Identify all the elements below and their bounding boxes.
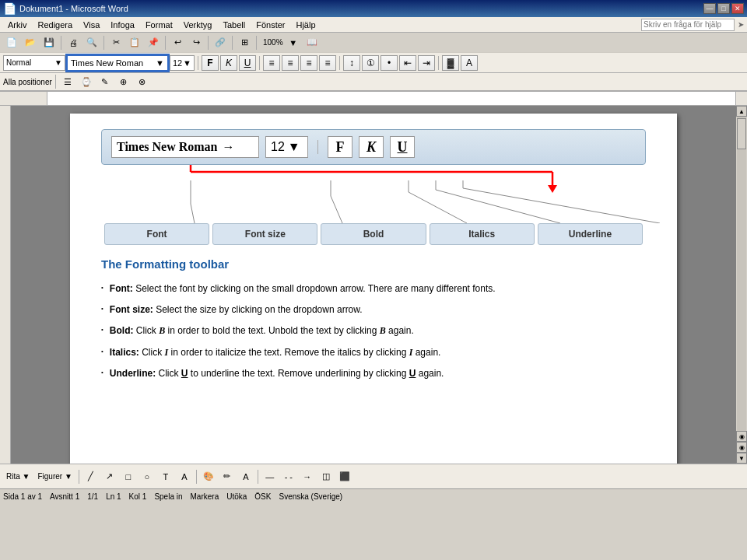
- redo-button[interactable]: ↪: [188, 34, 205, 51]
- preview-button[interactable]: 🔍: [83, 34, 100, 51]
- menu-arkiv[interactable]: Arkiv: [3, 19, 31, 31]
- shadow-btn[interactable]: ◫: [317, 468, 335, 485]
- linestyle-btn[interactable]: —: [261, 468, 279, 485]
- read-button[interactable]: 📖: [303, 34, 321, 51]
- labels-row: Font Font size Bold Italics Underline: [101, 223, 646, 245]
- font-dropdown-icon[interactable]: ▼: [156, 58, 164, 68]
- underline-button[interactable]: U: [239, 55, 256, 71]
- open-button[interactable]: 📂: [22, 34, 39, 51]
- maximize-button[interactable]: □: [717, 3, 730, 14]
- document-area[interactable]: Times New Roman → 12 ▼ F K U: [11, 106, 736, 464]
- section-indicator: Avsnitt 1: [50, 492, 79, 501]
- highlight-button[interactable]: ▓: [442, 55, 459, 71]
- minimize-button[interactable]: —: [703, 3, 716, 14]
- align-right-button[interactable]: ≡: [300, 55, 317, 71]
- bullet-5: •: [101, 368, 103, 378]
- menu-infoga[interactable]: Infoga: [106, 19, 139, 31]
- diag-font-box: Times New Roman →: [111, 136, 259, 158]
- formatting-toolbar: Normal ▼ Times New Roman ▼ 12 ▼ F K U ≡ …: [0, 53, 747, 73]
- copy-button[interactable]: 📋: [126, 34, 143, 51]
- size-selector[interactable]: 12 ▼: [170, 55, 195, 71]
- menu-redigera[interactable]: Redigera: [33, 19, 77, 31]
- oval-btn[interactable]: ○: [139, 468, 156, 485]
- svg-line-5: [191, 204, 195, 223]
- style-dropdown-icon[interactable]: ▼: [54, 58, 62, 67]
- scroll-prev-button[interactable]: ◉: [736, 431, 747, 442]
- toolbar-diagram: Times New Roman → 12 ▼ F K U: [101, 129, 646, 165]
- menu-fonster[interactable]: Fönster: [251, 19, 289, 31]
- size-dropdown-icon[interactable]: ▼: [183, 58, 191, 68]
- save-button[interactable]: 💾: [40, 34, 58, 51]
- paste-button[interactable]: 📌: [145, 34, 162, 51]
- italic-button[interactable]: K: [220, 55, 237, 71]
- bot-sep2: [196, 470, 197, 484]
- arrow-btn[interactable]: ↗: [101, 468, 118, 485]
- fontcolor-button[interactable]: A: [461, 55, 478, 71]
- menu-visa[interactable]: Visa: [79, 19, 104, 31]
- fontcolor-btn2[interactable]: A: [237, 468, 254, 485]
- diag-size-box: 12 ▼: [265, 136, 308, 158]
- linespacing-button[interactable]: ↕: [343, 55, 360, 71]
- q-btn5[interactable]: ⊗: [134, 73, 151, 90]
- diag-sep: [317, 140, 318, 154]
- scroll-down-button[interactable]: ▼: [736, 453, 747, 464]
- 3d-btn[interactable]: ⬛: [336, 468, 353, 485]
- menu-hjalp[interactable]: Hjälp: [291, 19, 320, 31]
- rita-dropdown[interactable]: Rita ▼: [3, 468, 33, 485]
- list-item-fontsize: • Font size: Select the size by clicking…: [101, 303, 646, 317]
- indent-button[interactable]: ⇥: [418, 55, 435, 71]
- help-search[interactable]: ➤: [641, 19, 744, 31]
- justify-button[interactable]: ≡: [319, 55, 336, 71]
- fontsize-text: Select the size by clicking on the dropd…: [156, 304, 362, 315]
- q-btn4[interactable]: ⊕: [115, 73, 132, 90]
- align-center-button[interactable]: ≡: [282, 55, 299, 71]
- q-btn1[interactable]: ☰: [59, 73, 76, 90]
- q-btn3[interactable]: ✎: [96, 73, 114, 90]
- search-icon[interactable]: ➤: [738, 20, 744, 29]
- font-description: Font: Select the font by clicking on the…: [110, 282, 496, 296]
- scrollbar-thumb[interactable]: [737, 118, 746, 149]
- diag-bold-btn: F: [328, 136, 352, 158]
- q-btn2[interactable]: ⌚: [78, 73, 95, 90]
- rect-btn[interactable]: □: [120, 468, 137, 485]
- linecolor-btn[interactable]: ✏: [219, 468, 236, 485]
- menu-verktyg[interactable]: Verktyg: [179, 19, 217, 31]
- bold-button[interactable]: F: [202, 55, 219, 71]
- extend-indicator: Utöka: [226, 492, 247, 501]
- font-selector[interactable]: Times New Roman ▼: [67, 55, 168, 71]
- textbox-btn[interactable]: T: [157, 468, 174, 485]
- bold-text2: in order to bold the text. Unbold the te…: [168, 325, 380, 336]
- cut-button[interactable]: ✂: [107, 34, 124, 51]
- dashstyle-btn[interactable]: - -: [280, 468, 297, 485]
- wordart-btn[interactable]: A: [176, 468, 193, 485]
- right-scrollbar[interactable]: ▲ ◉ ◉ ▼: [736, 106, 747, 464]
- menu-tabell[interactable]: Tabell: [218, 19, 250, 31]
- bold-description: Bold: Click B in order to bold the text.…: [110, 324, 414, 338]
- arrowstyle-btn[interactable]: →: [299, 468, 316, 485]
- bullets-button[interactable]: •: [381, 55, 398, 71]
- window-controls[interactable]: — □ ✕: [703, 3, 744, 14]
- line-btn[interactable]: ╱: [82, 468, 100, 485]
- undo-button[interactable]: ↩: [169, 34, 186, 51]
- scroll-next-button[interactable]: ◉: [736, 442, 747, 453]
- numbering-button[interactable]: ①: [362, 55, 379, 71]
- hyperlink-button[interactable]: 🔗: [212, 34, 229, 51]
- menu-format[interactable]: Format: [141, 19, 177, 31]
- help-search-input[interactable]: [641, 19, 735, 31]
- q-sep1: [55, 75, 56, 89]
- title-bar-left: 📄 Dokument1 - Microsoft Word: [3, 2, 128, 15]
- close-button[interactable]: ✕: [731, 3, 744, 14]
- align-left-button[interactable]: ≡: [263, 55, 280, 71]
- new-button[interactable]: 📄: [3, 34, 20, 51]
- table-button[interactable]: ⊞: [236, 34, 253, 51]
- app-icon: 📄: [3, 2, 16, 15]
- fill-btn[interactable]: 🎨: [200, 468, 217, 485]
- scroll-up-button[interactable]: ▲: [736, 106, 747, 117]
- figurer-dropdown[interactable]: Figurer ▼: [34, 468, 75, 485]
- style-selector[interactable]: Normal ▼: [3, 55, 65, 71]
- zoom-button[interactable]: ▼: [285, 34, 302, 51]
- print-button[interactable]: 🖨: [65, 34, 82, 51]
- connector-svg: [101, 180, 708, 223]
- outdent-button[interactable]: ⇤: [399, 55, 416, 71]
- track-indicator: Markera: [191, 492, 219, 501]
